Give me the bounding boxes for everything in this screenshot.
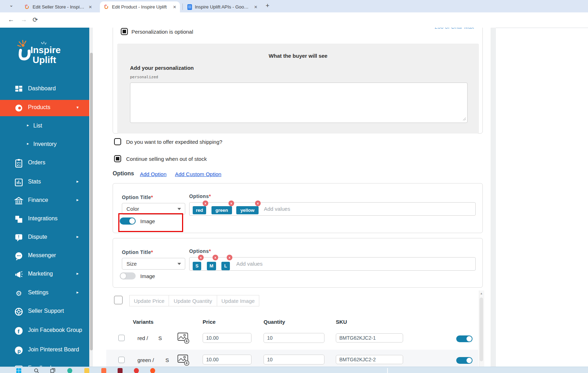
buyer-preview-panel: What the buyer will see Add your persona… <box>117 44 479 134</box>
remove-value-icon[interactable]: x <box>213 255 218 260</box>
image-toggle[interactable] <box>120 272 136 279</box>
expedited-shipping-checkbox[interactable] <box>114 138 121 145</box>
variant-checkbox[interactable] <box>118 357 125 363</box>
option-values-label: Options* <box>189 248 211 254</box>
inspire-uplift-favicon <box>24 4 30 10</box>
col-sku: SKU <box>336 319 347 325</box>
value-chip[interactable]: L <box>221 262 230 270</box>
screen: ⌄ Edit Seller Store - Inspire Uplift ✕ E… <box>0 0 588 373</box>
back-icon[interactable]: ← <box>8 16 14 23</box>
tab-google-doc[interactable]: Inspire Uplift APIs - Google Doc ✕ <box>184 1 261 12</box>
price-input[interactable] <box>203 355 251 364</box>
personalization-optional-checkbox[interactable] <box>121 28 128 35</box>
tab-list-chevron-icon[interactable]: ⌄ <box>9 2 13 8</box>
continue-selling-checkbox[interactable] <box>114 155 121 162</box>
browser-icon[interactable] <box>150 368 155 373</box>
remove-value-icon[interactable]: x <box>228 200 234 206</box>
task-view-icon[interactable] <box>50 368 55 373</box>
sku-input[interactable] <box>336 333 403 343</box>
inspire-uplift-logo[interactable]: Inspire Uplift <box>14 38 81 70</box>
app-icon[interactable] <box>67 368 72 373</box>
new-tab-button[interactable]: + <box>266 2 270 10</box>
add-option-link[interactable]: Add Option <box>140 171 166 177</box>
lifebuoy-icon <box>14 307 23 316</box>
sidebar-item-join-facebook[interactable]: f Join Facebook Group <box>0 323 89 339</box>
value-chip[interactable]: red <box>193 206 206 214</box>
app-icon[interactable] <box>118 368 123 373</box>
orders-icon <box>14 159 23 168</box>
add-image-icon[interactable] <box>176 330 190 345</box>
sidebar-item-finance[interactable]: Finance ▸ <box>0 193 89 209</box>
search-icon[interactable] <box>34 368 39 373</box>
forward-icon[interactable]: → <box>21 16 27 23</box>
update-price-button[interactable]: Update Price <box>129 295 169 306</box>
browser-icon[interactable] <box>134 368 139 373</box>
browser-toolbar: ← → ⟳ sellercentral.itdeptiu.com/product… <box>0 12 588 28</box>
browser-tabstrip: ⌄ Edit Seller Store - Inspire Uplift ✕ E… <box>0 0 588 12</box>
sidebar-item-orders[interactable]: Orders <box>0 156 89 171</box>
tab-close-icon[interactable]: ✕ <box>89 5 92 10</box>
variant-active-toggle[interactable] <box>456 357 473 364</box>
file-explorer-icon[interactable] <box>84 368 89 373</box>
app-icon[interactable] <box>101 368 106 373</box>
facebook-icon: f <box>14 326 23 335</box>
sidebar-scrollbar-thumb[interactable] <box>90 53 93 350</box>
option-values-input[interactable]: red x green x yellow x Add values <box>189 202 476 216</box>
add-custom-option-link[interactable]: Add Custom Option <box>175 171 221 177</box>
tab-edit-product[interactable]: Edit Product - Inspire Uplift ✕ <box>100 1 180 12</box>
sidebar-item-inventory[interactable]: ▸ Inventory <box>0 137 89 153</box>
sidebar-item-feedback[interactable]: Feedback <box>0 361 89 367</box>
variant-name: red / <box>137 335 148 341</box>
variant-row: green / S <box>106 350 478 367</box>
sidebar-item-join-pinterest[interactable]: p Join Pinterest Board <box>0 343 89 358</box>
value-chip[interactable]: S <box>193 262 201 270</box>
tab-title: Inspire Uplift APIs - Google Doc <box>195 4 251 10</box>
remove-value-icon[interactable]: x <box>227 255 232 260</box>
sidebar-item-seller-support[interactable]: Seller Support <box>0 304 89 320</box>
sidebar-item-stats[interactable]: Stats ▸ <box>0 175 89 190</box>
sidebar-item-settings[interactable]: ⚙ Settings ▸ <box>0 286 89 301</box>
variant-checkbox[interactable] <box>118 335 125 341</box>
update-image-button[interactable]: Update Image <box>217 295 259 306</box>
tab-close-icon[interactable]: ✕ <box>254 5 258 10</box>
sidebar-item-dashboard[interactable]: Dashboard <box>0 81 89 97</box>
tab-edit-seller-store[interactable]: Edit Seller Store - Inspire Uplift ✕ <box>21 1 96 12</box>
value-chip[interactable]: green <box>211 206 232 214</box>
update-quantity-button[interactable]: Update Quantity <box>169 295 217 306</box>
option-title-select[interactable]: Size <box>122 258 185 270</box>
value-chip[interactable]: M <box>207 262 216 270</box>
taskbar-divider <box>387 368 388 373</box>
tab-close-icon[interactable]: ✕ <box>173 5 176 10</box>
price-input[interactable] <box>203 333 251 343</box>
add-values-placeholder: Add values <box>236 261 262 267</box>
windows-start-icon[interactable] <box>16 368 21 373</box>
caret-right-icon: ▸ <box>27 141 29 146</box>
sidebar-item-marketing[interactable]: Marketing ▸ <box>0 267 89 282</box>
sidebar-item-messenger[interactable]: Messenger <box>0 248 89 264</box>
scroll-up-icon[interactable]: ▲ <box>479 292 484 295</box>
value-chip[interactable]: yellow <box>236 206 259 214</box>
page-scrollbar[interactable] <box>491 28 496 367</box>
sidebar-item-integrations[interactable]: Integrations <box>0 211 89 227</box>
reload-icon[interactable]: ⟳ <box>33 16 38 24</box>
select-all-variants-checkbox[interactable] <box>114 296 123 304</box>
add-image-icon[interactable] <box>176 352 190 367</box>
textarea-resize-handle[interactable] <box>463 117 466 121</box>
col-variants: Variants <box>133 319 153 325</box>
personalization-textarea[interactable] <box>130 83 468 123</box>
quantity-input[interactable] <box>264 355 324 364</box>
option-values-label: Options* <box>189 193 211 199</box>
sidebar-item-list[interactable]: ▸ List <box>0 119 89 134</box>
finance-icon <box>14 196 23 205</box>
sidebar-item-products[interactable]: Products ▾ <box>0 100 89 116</box>
sidebar-item-dispute[interactable]: ! Dispute ▸ <box>0 230 89 245</box>
variant-active-toggle[interactable] <box>456 335 473 342</box>
quantity-input[interactable] <box>264 333 324 343</box>
variants-scrollbar-thumb[interactable] <box>480 298 483 361</box>
option-values-input[interactable]: S x M x L x Add values <box>189 257 476 271</box>
remove-value-icon[interactable]: x <box>203 200 208 206</box>
remove-value-icon[interactable]: x <box>255 200 261 206</box>
char-max-link[interactable]: 250 of Char Max <box>435 28 474 30</box>
sku-input[interactable] <box>336 355 403 364</box>
remove-value-icon[interactable]: x <box>198 255 204 260</box>
